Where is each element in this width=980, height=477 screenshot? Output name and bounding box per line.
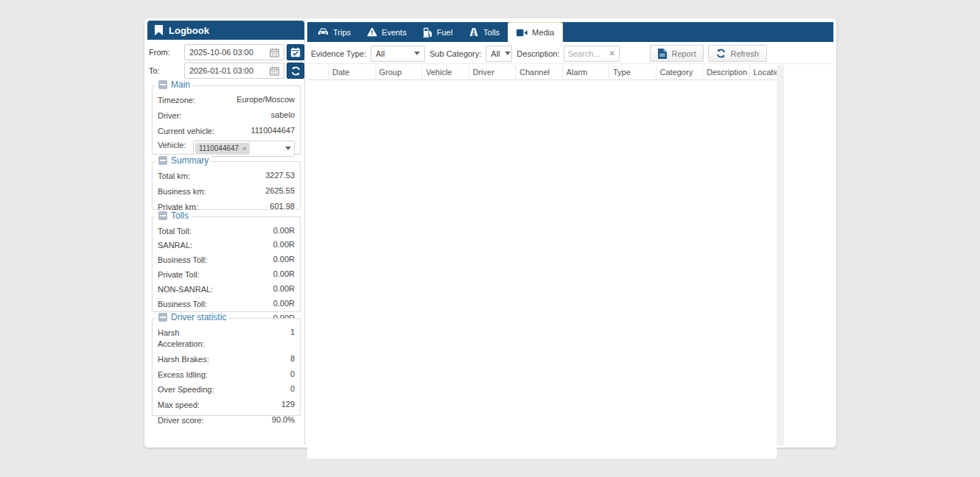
main-section-rows: Timezone: Europe/Moscow Driver: sabelo C… <box>156 93 296 139</box>
panel-divider <box>304 21 305 445</box>
info-row: Business km: 2625.55 <box>156 184 296 199</box>
calendar-icon[interactable] <box>270 66 279 76</box>
info-value: 0.00R <box>273 299 295 308</box>
tolls-section-legend: Tolls <box>155 211 192 221</box>
column-header[interactable]: Category <box>657 65 704 80</box>
to-date-value: 2026-01-01 03:00 <box>189 66 253 75</box>
logbook-title: Logbook <box>169 25 209 36</box>
info-value: 0 <box>290 384 295 393</box>
from-date-value: 2025-10-06 03:00 <box>189 48 253 57</box>
chevron-down-icon[interactable] <box>285 146 291 150</box>
tab-events[interactable]: Events <box>359 22 415 42</box>
info-label: Total km: <box>158 171 190 182</box>
chevron-down-icon <box>414 52 420 55</box>
info-row: NON-SANRAL: 0.00R <box>156 282 296 297</box>
tab-fuel[interactable]: Fuel <box>415 22 461 42</box>
info-row: Private Toll: 0.00R <box>156 268 296 283</box>
info-value: 2625.55 <box>265 186 295 195</box>
driver-statistic-section: Driver statistic Harsh Acceleration: 1 H… <box>152 318 301 416</box>
bookmark-icon <box>155 25 163 35</box>
column-header[interactable]: Date <box>329 65 376 80</box>
toll-road-icon <box>469 27 479 37</box>
main-section: Main Timezone: Europe/Moscow Driver: sab… <box>152 85 301 155</box>
driver-statistic-legend: Driver statistic <box>155 312 229 322</box>
description-label: Description: <box>517 49 559 58</box>
collapse-icon[interactable] <box>158 211 167 220</box>
column-header[interactable]: Driver <box>469 65 517 80</box>
date-range-form: From: 2025-10-06 03:00 To: 2026-01-01 03… <box>147 40 304 79</box>
info-label: Total Toll: <box>158 226 192 237</box>
info-label: Business Toll: <box>158 299 207 310</box>
video-camera-icon <box>517 29 528 37</box>
column-header[interactable]: Type <box>609 65 657 80</box>
collapse-icon[interactable] <box>158 80 167 89</box>
refresh-icon <box>291 66 301 76</box>
evidence-type-label: Evidence Type: <box>311 49 366 58</box>
info-label: Private Toll: <box>158 269 200 280</box>
chevron-down-icon <box>505 52 511 55</box>
to-date-input[interactable]: 2026-01-01 03:00 <box>184 63 284 79</box>
info-row: SANRAL: 0.00R <box>156 239 296 253</box>
driver-statistic-title: Driver statistic <box>171 312 226 322</box>
calendar-check-icon <box>290 47 301 57</box>
vehicle-tag: 1110044647 × <box>195 143 250 155</box>
apply-date-range-button[interactable] <box>287 44 304 60</box>
tab-tolls[interactable]: Tolls <box>461 22 508 42</box>
report-button[interactable]: Report <box>650 45 704 62</box>
vertical-scrollbar[interactable] <box>777 65 784 445</box>
column-header[interactable]: Description <box>703 65 750 80</box>
sub-category-select[interactable]: All <box>486 46 512 62</box>
refresh-button[interactable]: Refresh <box>708 45 767 62</box>
toolbar-buttons: Report Refresh <box>650 45 767 62</box>
sub-category-value: All <box>491 49 500 58</box>
tab-trips[interactable]: Trips <box>309 22 359 42</box>
info-value: 3227.53 <box>265 171 295 180</box>
column-header[interactable]: Channel <box>516 65 563 80</box>
info-value: 0.00R <box>273 255 295 264</box>
column-header[interactable]: Alarm <box>563 65 610 80</box>
info-value: 0.00R <box>273 226 295 235</box>
info-label: SANRAL: <box>158 240 192 251</box>
info-label: Business Toll: <box>158 255 207 266</box>
car-icon <box>318 27 329 37</box>
sidebar-refresh-button[interactable] <box>287 63 304 79</box>
tab-bar: Trips Events Fuel Tolls <box>307 22 833 42</box>
evidence-type-select[interactable]: All <box>371 46 425 62</box>
sub-category-label: Sub Category: <box>430 49 481 58</box>
refresh-button-label: Refresh <box>730 49 759 58</box>
remove-tag-icon[interactable]: × <box>242 145 246 152</box>
column-header[interactable]: Location <box>750 65 777 80</box>
info-value: 90.0% <box>272 415 295 424</box>
info-row: Total Toll: 0.00R <box>156 224 296 239</box>
tab-label: Trips <box>333 28 351 37</box>
info-row: Driver: sabelo <box>156 108 296 124</box>
tab-label: Tolls <box>483 28 500 37</box>
column-header[interactable]: Group <box>376 65 423 80</box>
summary-section-legend: Summary <box>155 155 211 166</box>
info-row: Timezone: Europe/Moscow <box>156 93 296 108</box>
logbook-window: Logbook From: 2025-10-06 03:00 To: <box>144 18 836 448</box>
info-row: Max speed: 129 <box>156 398 296 413</box>
clear-search-icon[interactable]: ✕ <box>609 49 615 57</box>
info-row: Current vehicle: 1110044647 <box>156 124 296 139</box>
media-panel: Trips Events Fuel Tolls <box>307 22 833 445</box>
media-table-body <box>307 80 777 459</box>
collapse-icon[interactable] <box>158 313 167 322</box>
vehicle-label: Vehicle: <box>158 141 186 149</box>
logbook-sidebar: Logbook From: 2025-10-06 03:00 To: <box>147 21 304 445</box>
calendar-icon[interactable] <box>270 48 279 57</box>
warning-triangle-icon <box>367 27 377 37</box>
tab-label: Events <box>382 28 407 37</box>
description-search-box: ✕ <box>564 46 620 62</box>
collapse-icon[interactable] <box>158 156 167 165</box>
info-value: 1 <box>290 328 295 336</box>
refresh-icon <box>716 49 726 58</box>
summary-section-title: Summary <box>171 155 209 166</box>
column-header[interactable]: Vehicle <box>422 65 469 80</box>
info-label: Over Speeding: <box>158 384 214 395</box>
vehicle-combobox[interactable]: 1110044647 × <box>193 141 295 157</box>
description-search-input[interactable] <box>567 49 607 58</box>
tab-media[interactable]: Media <box>508 22 563 42</box>
info-label: Harsh Acceleration: <box>158 328 220 350</box>
from-date-input[interactable]: 2025-10-06 03:00 <box>184 44 284 60</box>
